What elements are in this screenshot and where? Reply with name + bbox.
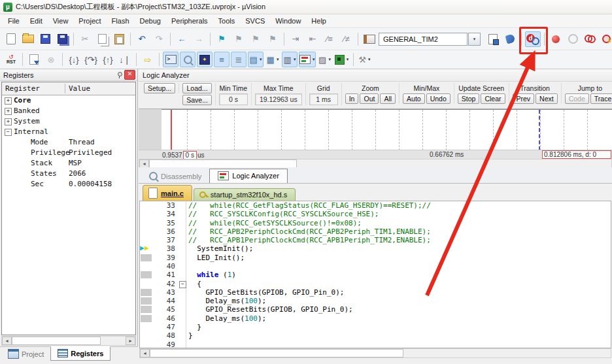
clear-bookmarks-button[interactable]: ⚑	[265, 31, 280, 47]
next-button[interactable]: Next	[536, 93, 558, 104]
watch-window-button[interactable]: ▤▾	[248, 52, 264, 67]
step-over-button[interactable]: {↷}	[83, 52, 99, 67]
target-select[interactable]: GENERAL_TIM2	[379, 33, 468, 46]
reset-cpu-button[interactable]: ↺RST	[3, 52, 19, 67]
editor-hscrollbar[interactable]: ◂	[139, 348, 611, 357]
logic-analyzer-hscrollbar[interactable]: ◂	[139, 159, 612, 167]
analysis-window-button[interactable]: ▾	[299, 52, 316, 67]
register-row[interactable]: +System	[2, 116, 135, 127]
red-cursor[interactable]	[171, 110, 172, 150]
menu-item-flash[interactable]: Flash	[107, 16, 135, 26]
run-to-cursor-button[interactable]: ↓❘	[117, 52, 133, 67]
kill-all-breakpoints-button[interactable]	[599, 31, 612, 47]
symbol-window-button[interactable]	[197, 52, 212, 67]
expander-icon[interactable]: +	[5, 108, 12, 115]
registers-window-button[interactable]: ≡	[214, 52, 230, 67]
copy-button[interactable]	[94, 31, 110, 47]
debug-session-button[interactable]	[525, 31, 541, 47]
navigate-forward-button[interactable]: →	[191, 31, 207, 47]
menu-item-help[interactable]: Help	[306, 16, 332, 26]
trace-window-button[interactable]: ▨▾	[317, 52, 333, 67]
scroll-left-icon[interactable]: ◂	[140, 349, 150, 357]
register-row[interactable]: StackMSP	[2, 158, 135, 169]
menu-item-svcs[interactable]: SVCS	[240, 16, 270, 26]
stop-button[interactable]: Stop	[458, 93, 480, 104]
register-row[interactable]: States2066	[2, 169, 135, 179]
menu-item-edit[interactable]: Edit	[25, 16, 48, 26]
menu-item-window[interactable]: Window	[270, 16, 306, 26]
step-button[interactable]: {↓}	[66, 52, 82, 67]
logic-analyzer-waveform[interactable]	[139, 108, 612, 150]
insert-bookmark-button[interactable]: ⚑	[214, 31, 230, 47]
save-button[interactable]: Save...	[182, 95, 212, 105]
unindent-button[interactable]: ⇤	[305, 31, 320, 47]
tab-startup-file[interactable]: startup_stm32f10x_hd.s	[194, 188, 296, 201]
toolbox-button[interactable]: ⚒▾	[357, 52, 373, 67]
register-row[interactable]: −Internal	[2, 127, 135, 137]
disassembly-window-button[interactable]	[180, 52, 196, 67]
in-button[interactable]: In	[345, 93, 359, 104]
auto-button[interactable]: Auto	[403, 93, 425, 104]
navigate-back-button[interactable]: ←	[174, 31, 190, 47]
fold-icon[interactable]: −	[179, 281, 186, 288]
indent-button[interactable]: ⇥	[288, 31, 303, 47]
system-viewer-button[interactable]: ▾	[334, 52, 350, 67]
expander-icon[interactable]: −	[5, 129, 12, 136]
menu-item-file[interactable]: File	[3, 16, 25, 26]
undo-button[interactable]: ↶	[134, 31, 150, 47]
scroll-right-icon[interactable]: ▸	[126, 337, 135, 345]
trace-button[interactable]: Trace	[590, 93, 612, 104]
code-button[interactable]: Code	[565, 93, 589, 104]
uncomment-button[interactable]: ∕≠	[339, 31, 354, 47]
insert-breakpoint-button[interactable]	[548, 31, 564, 47]
scroll-left-icon[interactable]: ◂	[2, 337, 12, 345]
comment-button[interactable]: ∕≡	[322, 31, 337, 47]
prev-bookmark-button[interactable]: ⚑	[231, 31, 246, 47]
menu-item-project[interactable]: Project	[73, 16, 106, 26]
code-area[interactable]: 33// while(RCC_GetFlagStatus(RCC_FLAG_HS…	[139, 201, 611, 348]
clear-button[interactable]: Clear	[481, 93, 505, 104]
options-for-target-button[interactable]	[485, 31, 501, 47]
prev-button[interactable]: Prev	[513, 93, 535, 104]
menu-item-view[interactable]: View	[48, 16, 74, 26]
menu-item-debug[interactable]: Debug	[135, 16, 166, 26]
tab-project[interactable]: Project	[1, 347, 50, 361]
waveform-plot[interactable]	[162, 109, 612, 150]
new-file-button[interactable]	[3, 31, 19, 47]
register-row[interactable]: Sec0.00004158	[2, 179, 135, 190]
menu-item-tools[interactable]: Tools	[213, 16, 241, 26]
redo-button[interactable]: ↷	[151, 31, 167, 47]
step-out-button[interactable]: {↑}	[100, 52, 116, 67]
registers-hscrollbar[interactable]: ◂ ▸	[1, 336, 136, 346]
memory-window-button[interactable]: ▦▾	[265, 52, 280, 67]
pin-icon[interactable]	[116, 72, 122, 78]
save-all-button[interactable]	[54, 31, 70, 47]
setup-button[interactable]: Setup...	[144, 83, 175, 93]
register-row[interactable]: PrivilegePrivileged	[2, 148, 135, 158]
paste-button[interactable]	[111, 31, 127, 47]
enable-disable-breakpoint-button[interactable]	[565, 31, 581, 47]
out-button[interactable]: Out	[360, 93, 379, 104]
menu-item-peripherals[interactable]: Peripherals	[166, 16, 213, 26]
undo-button[interactable]: Undo	[426, 93, 450, 104]
blue-cursor[interactable]	[539, 110, 540, 150]
close-icon[interactable]: ✕	[124, 70, 135, 80]
expander-icon[interactable]: +	[5, 118, 12, 125]
manage-rte-button[interactable]	[502, 31, 518, 47]
open-file-button[interactable]	[20, 31, 36, 47]
expander-icon[interactable]: +	[5, 97, 12, 105]
tab-main-c[interactable]: main.c	[143, 185, 192, 201]
command-window-button[interactable]	[163, 52, 178, 67]
tab-logic-analyzer[interactable]: Logic Analyzer	[209, 169, 288, 183]
next-bookmark-button[interactable]: ⚑	[248, 31, 264, 47]
all-button[interactable]: All	[380, 93, 396, 104]
register-row[interactable]: +Core	[2, 95, 135, 106]
disable-all-breakpoints-button[interactable]	[582, 31, 598, 47]
serial-window-button[interactable]: ▥▾	[282, 52, 298, 67]
load-button[interactable]: Load...	[182, 83, 211, 93]
show-current-statement-button[interactable]: ⇨	[140, 52, 156, 67]
call-stack-window-button[interactable]: ≣	[231, 52, 246, 67]
stop-button[interactable]: ⊗	[43, 52, 59, 67]
load-application-button[interactable]	[362, 31, 377, 47]
register-row[interactable]: +Banked	[2, 106, 135, 116]
